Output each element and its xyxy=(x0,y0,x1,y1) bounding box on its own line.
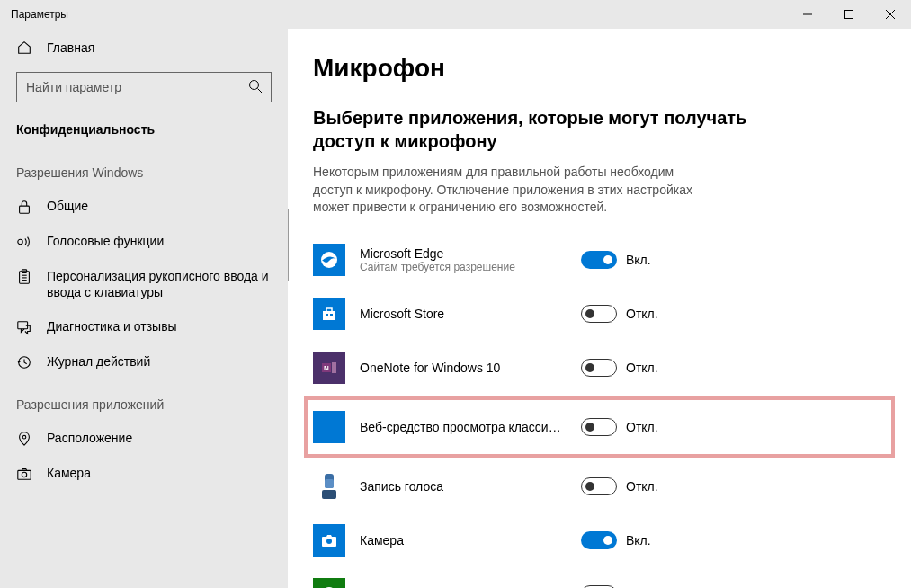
svg-point-29 xyxy=(326,539,332,544)
svg-rect-20 xyxy=(326,314,328,316)
toggle-label: Вкл. xyxy=(626,253,651,267)
app-row-edge: Microsoft Edge Сайтам требуется разрешен… xyxy=(313,233,886,287)
nav-diagnostics[interactable]: Диагностика и отзывы xyxy=(0,309,288,344)
app-name: Microsoft Edge xyxy=(360,246,567,261)
app-row-webviewer: Веб-средство просмотра классиче... Откл. xyxy=(313,400,886,454)
nav-label: Голосовые функции xyxy=(47,233,272,249)
app-name: Камера xyxy=(360,533,567,548)
toggle-label: Откл. xyxy=(626,307,658,321)
app-sub: Сайтам требуется разрешение xyxy=(360,261,567,273)
clipboard-icon xyxy=(16,269,32,285)
xbox-icon xyxy=(313,578,345,588)
toggle-voice[interactable] xyxy=(581,477,617,495)
app-row-store: Microsoft Store Откл. xyxy=(313,287,886,341)
content-pane: Микрофон Выберите приложения, которые мо… xyxy=(288,29,911,588)
window-title: Параметры xyxy=(11,8,787,21)
sidebar: Главная Конфиденциальность Разрешения Wi… xyxy=(0,29,288,588)
svg-rect-27 xyxy=(322,490,336,499)
nav-label: Диагностика и отзывы xyxy=(47,318,272,334)
toggle-label: Вкл. xyxy=(626,533,651,548)
svg-text:N: N xyxy=(324,364,329,372)
onenote-icon: N xyxy=(313,352,345,384)
svg-rect-21 xyxy=(330,314,333,316)
toggle-webviewer[interactable] xyxy=(581,418,617,436)
svg-rect-19 xyxy=(323,311,335,320)
speech-icon xyxy=(16,234,32,250)
section-desc: Некоторым приложениям для правильной раб… xyxy=(313,164,709,217)
close-button[interactable] xyxy=(870,0,911,29)
location-icon xyxy=(16,431,32,447)
webviewer-icon xyxy=(313,411,345,443)
search-icon xyxy=(248,79,263,94)
nav-label: Общие xyxy=(47,198,272,214)
nav-label: Журнал действий xyxy=(47,353,272,370)
camera-icon xyxy=(16,466,32,482)
search-input[interactable] xyxy=(16,72,272,102)
app-row-camera: Камера Вкл. xyxy=(313,513,886,567)
section-title: Выберите приложения, которые могут получ… xyxy=(313,106,763,153)
voicerecorder-icon xyxy=(313,470,345,503)
section-app-perms: Разрешения приложений xyxy=(0,379,288,421)
nav-camera[interactable]: Камера xyxy=(0,456,288,491)
app-name: Запись голоса xyxy=(360,479,567,494)
nav-label: Персонализация рукописного ввода и ввода… xyxy=(47,268,272,300)
toggle-label: Откл. xyxy=(626,420,658,434)
titlebar: Параметры xyxy=(0,0,911,29)
nav-location[interactable]: Расположение xyxy=(0,421,288,456)
svg-line-5 xyxy=(258,89,263,94)
app-name: Microsoft Store xyxy=(360,307,567,321)
svg-rect-24 xyxy=(332,362,336,373)
app-name: OneNote for Windows 10 xyxy=(360,361,567,375)
app-name: Веб-средство просмотра классиче... xyxy=(360,420,567,434)
maximize-button[interactable] xyxy=(828,0,870,29)
camera-app-icon xyxy=(313,524,345,557)
nav-activity[interactable]: Журнал действий xyxy=(0,344,288,379)
nav-home[interactable]: Главная xyxy=(0,29,288,67)
home-icon xyxy=(16,40,32,56)
svg-rect-26 xyxy=(325,479,334,488)
toggle-camera[interactable] xyxy=(581,531,617,549)
nav-inking[interactable]: Персонализация рукописного ввода и ввода… xyxy=(0,259,288,309)
app-row-onenote: N OneNote for Windows 10 Откл. xyxy=(313,341,886,395)
store-icon xyxy=(313,298,345,330)
minimize-button[interactable] xyxy=(787,0,828,29)
nav-label: Расположение xyxy=(47,430,272,446)
nav-home-label: Главная xyxy=(47,40,94,55)
nav-speech[interactable]: Голосовые функции xyxy=(0,224,288,259)
toggle-label: Откл. xyxy=(626,361,658,375)
svg-point-7 xyxy=(18,239,22,244)
lock-icon xyxy=(16,199,32,215)
section-windows-perms: Разрешения Windows xyxy=(0,147,288,189)
app-row-xbox: Компаньон консоли Xbox Откл. xyxy=(313,567,886,588)
highlight-box: Веб-средство просмотра классиче... Откл. xyxy=(304,396,895,458)
edge-icon xyxy=(313,244,345,276)
svg-point-15 xyxy=(22,436,26,440)
history-icon xyxy=(16,354,32,370)
toggle-label: Откл. xyxy=(626,479,658,494)
svg-rect-1 xyxy=(845,11,853,19)
nav-label: Камера xyxy=(47,465,272,481)
category-header: Конфиденциальность xyxy=(0,115,288,147)
toggle-onenote[interactable] xyxy=(581,359,617,377)
nav-general[interactable]: Общие xyxy=(0,189,288,224)
page-title: Микрофон xyxy=(313,54,886,83)
toggle-edge[interactable] xyxy=(581,251,617,269)
svg-point-4 xyxy=(250,81,259,90)
svg-rect-6 xyxy=(20,206,30,213)
toggle-store[interactable] xyxy=(581,305,617,323)
svg-point-17 xyxy=(22,473,26,477)
feedback-icon xyxy=(16,319,32,335)
app-row-voicerecorder: Запись голоса Откл. xyxy=(313,459,886,513)
